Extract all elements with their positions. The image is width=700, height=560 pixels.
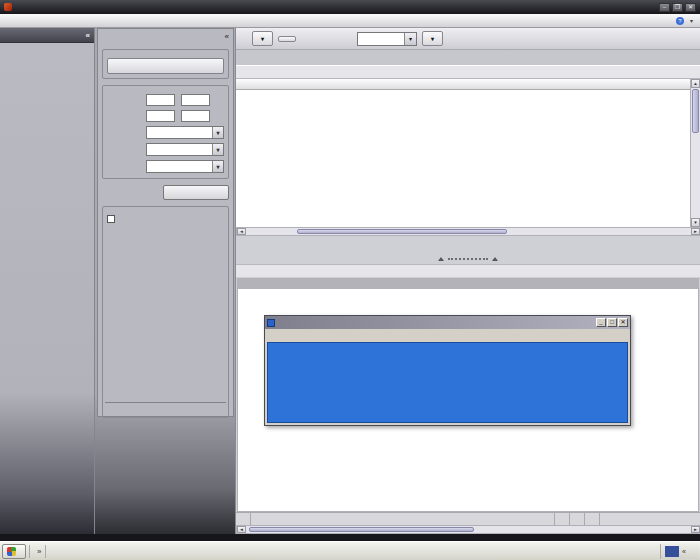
faq-icon: ?: [676, 17, 684, 25]
sidebar: [0, 28, 95, 534]
quick-launch-more-icon[interactable]: »: [37, 547, 41, 556]
main-panel: [235, 28, 700, 534]
players-from-input[interactable]: [146, 110, 175, 122]
vertical-scrollbar[interactable]: [690, 79, 700, 227]
tables-select[interactable]: [146, 160, 224, 173]
horizontal-scrollbar[interactable]: [236, 525, 700, 534]
players-to-input[interactable]: [181, 110, 210, 122]
scrollbar-thumb[interactable]: [249, 527, 474, 532]
scroll-left-icon[interactable]: [237, 526, 246, 533]
osk-menubar: [265, 329, 630, 341]
speed-select[interactable]: [146, 126, 224, 139]
splitter-handle[interactable]: [236, 256, 700, 262]
change-player-button[interactable]: [252, 31, 273, 46]
horizontal-scrollbar[interactable]: [236, 227, 700, 236]
hands-filter-bar: [236, 264, 700, 277]
taskbar: » «: [0, 541, 700, 560]
close-icon[interactable]: ✕: [618, 318, 628, 327]
show-ev-adjusted-checkbox[interactable]: [107, 215, 224, 223]
app-menubar: ?: [0, 14, 700, 28]
date-filter-button[interactable]: [107, 58, 224, 74]
app-icon: [4, 3, 12, 11]
window-bottom-edge: [0, 534, 700, 541]
splitter-arrow-icon: [492, 257, 498, 261]
onscreen-keyboard-window: _ □ ✕: [264, 315, 631, 426]
scrollbar-thumb[interactable]: [297, 229, 507, 234]
scroll-up-icon[interactable]: [691, 79, 700, 88]
checkbox-icon: [107, 215, 115, 223]
filters-panel-header[interactable]: [98, 29, 233, 43]
windows-flag-icon: [7, 547, 16, 556]
hands-table-header: [237, 278, 699, 289]
maximize-icon[interactable]: □: [607, 318, 617, 327]
filter-button[interactable]: [422, 31, 443, 46]
scroll-right-icon[interactable]: [691, 228, 700, 235]
filters-panel: [97, 28, 234, 417]
desktop: – ❐ ✕ ?: [0, 0, 700, 560]
restore-icon[interactable]: ❐: [672, 3, 683, 12]
buyin-to-input[interactable]: [181, 94, 210, 106]
scrollbar-thumb[interactable]: [692, 89, 699, 133]
view-filter-bar: [236, 66, 700, 79]
status-value-1: [554, 513, 569, 525]
splitter-arrow-icon: [438, 257, 444, 261]
splitter-dots: [448, 258, 488, 260]
language-indicator[interactable]: [665, 546, 679, 557]
buyin-from-input[interactable]: [146, 94, 175, 106]
game-type-combobox[interactable]: [357, 32, 417, 46]
scroll-right-icon[interactable]: [691, 526, 700, 533]
start-button[interactable]: [2, 544, 26, 559]
filters-refresh-button[interactable]: [163, 185, 229, 200]
refresh-button[interactable]: [278, 36, 296, 42]
finish-position-chart: [105, 337, 226, 415]
app-titlebar: – ❐ ✕: [0, 0, 700, 14]
results-table-body: [236, 90, 691, 227]
keyboard-icon: [267, 319, 275, 327]
osk-titlebar[interactable]: _ □ ✕: [265, 316, 630, 329]
scroll-left-icon[interactable]: [237, 228, 246, 235]
table-action-buttons: [237, 238, 700, 254]
close-icon[interactable]: ✕: [685, 3, 696, 12]
status-totals: [554, 513, 600, 525]
tab-bar: [236, 50, 700, 66]
chart-plot-area: [105, 337, 226, 403]
minimize-icon[interactable]: –: [659, 3, 670, 12]
hands-count: [240, 513, 251, 525]
filter-by-tourney-details-group: [102, 85, 229, 179]
minimize-icon[interactable]: _: [596, 318, 606, 327]
quick-launch-bar: »: [29, 545, 46, 558]
status-value-2: [569, 513, 584, 525]
sidebar-tree: [0, 43, 94, 47]
system-tray: «: [660, 544, 698, 559]
hands-status-bar: [236, 512, 700, 525]
sidebar-minimize-header[interactable]: [0, 28, 94, 43]
filter-by-date-group: [102, 49, 229, 79]
osk-keys-area: [267, 342, 628, 423]
scroll-down-icon[interactable]: [691, 218, 700, 227]
status-value-3: [584, 513, 600, 525]
player-bar: [236, 28, 700, 50]
tray-expand-icon[interactable]: «: [682, 548, 686, 555]
game-select[interactable]: [146, 143, 224, 156]
suggested-faqs-button[interactable]: ?: [676, 17, 693, 25]
results-table-header: [236, 79, 691, 90]
filtered-data-group: [102, 206, 229, 418]
